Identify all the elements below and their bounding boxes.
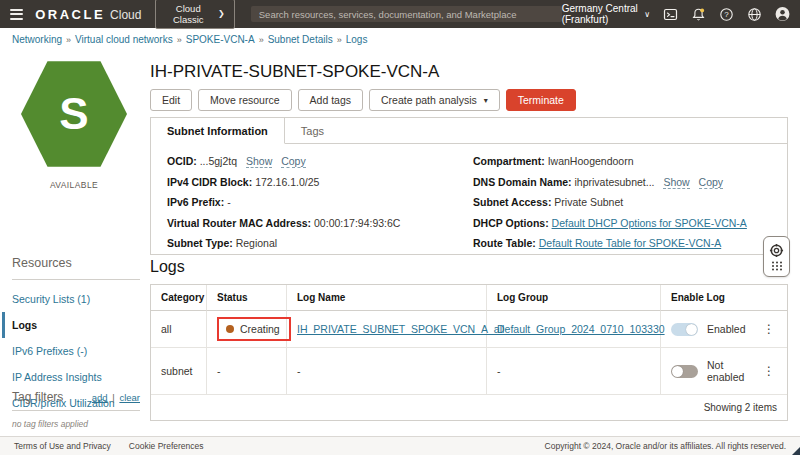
hamburger-menu-icon[interactable] xyxy=(10,9,23,20)
oracle-cloud-logo[interactable]: ORACLE Cloud xyxy=(35,7,141,22)
breadcrumb-vcns[interactable]: Virtual cloud networks xyxy=(75,34,173,45)
terminate-button[interactable]: Terminate xyxy=(506,89,576,111)
sidebar-item-ipv6-prefixes[interactable]: IPv6 Prefixes (-) xyxy=(12,338,140,364)
log-group-value: - xyxy=(497,365,501,377)
dhcp-options-link[interactable]: Default DHCP Options for SPOKE-VCN-A xyxy=(552,217,747,229)
route-table-label: Route Table: xyxy=(473,237,536,249)
breadcrumb-separator-icon: » xyxy=(177,35,182,45)
category-value: all xyxy=(161,323,172,335)
brand-oracle: ORACLE xyxy=(35,7,105,22)
terms-link[interactable]: Terms of Use and Privacy xyxy=(14,441,111,451)
cloud-shell-icon[interactable] xyxy=(663,7,678,22)
breadcrumb-logs[interactable]: Logs xyxy=(346,34,368,45)
cloud-classic-button[interactable]: Cloud Classic ❯ xyxy=(155,0,234,29)
sidebar-item-logs[interactable]: Logs xyxy=(2,312,140,338)
status-highlight-box: Creating xyxy=(217,317,291,341)
table-row-all-log-name-cell: IH_PRIVATE_SUBNET_SPOKE_VCN_A_all xyxy=(287,311,487,348)
column-header-category: Category xyxy=(151,285,207,311)
breadcrumb-separator-icon: » xyxy=(66,35,71,45)
page-title: IH-PRIVATE-SUBNET-SPOKE-VCN-A xyxy=(150,62,439,82)
move-resource-button[interactable]: Move resource xyxy=(198,89,291,111)
chevron-down-icon: ∨ xyxy=(644,10,650,19)
column-header-log-group: Log Group xyxy=(487,285,661,311)
floating-widget-handle[interactable] xyxy=(763,236,790,277)
svg-text:?: ? xyxy=(724,10,729,19)
ipv6-prefix-label: IPv6 Prefix: xyxy=(167,196,224,208)
tag-filters-clear-link[interactable]: clear xyxy=(119,392,140,403)
breadcrumb: Networking » Virtual cloud networks » SP… xyxy=(12,34,367,45)
subnet-type-field: Subnet Type: Regional xyxy=(167,237,473,249)
dhcp-options-field: DHCP Options: Default DHCP Options for S… xyxy=(473,217,771,229)
table-row-all-category-cell: all xyxy=(151,311,207,348)
logs-table: Category Status Log Name Log Group Enabl… xyxy=(150,284,788,421)
subnet-access-field: Subnet Access: Private Subnet xyxy=(473,196,771,208)
dns-show-link[interactable]: Show xyxy=(663,176,689,189)
resource-status-block: S AVAILABLE xyxy=(0,58,148,190)
enable-log-header-label: Enable Log xyxy=(671,292,725,303)
create-path-analysis-button[interactable]: Create path analysis ▾ xyxy=(369,89,500,111)
help-icon[interactable]: ? xyxy=(719,7,734,22)
notifications-bell-icon[interactable] xyxy=(691,7,706,22)
corner-cursor-mark xyxy=(792,447,800,455)
region-selector[interactable]: Germany Central (Frankfurt) ∨ xyxy=(562,3,650,25)
ipv6-prefix-field: IPv6 Prefix: - xyxy=(167,196,473,208)
search-input[interactable] xyxy=(251,6,562,22)
route-table-field: Route Table: Default Route Table for SPO… xyxy=(473,237,771,249)
dhcp-options-label: DHCP Options: xyxy=(473,217,549,229)
resources-heading: Resources xyxy=(12,256,140,270)
status-value: Creating xyxy=(240,323,280,335)
router-mac-field: Virtual Router MAC Address: 00:00:17:94:… xyxy=(167,217,473,229)
router-mac-label: Virtual Router MAC Address: xyxy=(167,217,311,229)
table-footer-count: Showing 2 items xyxy=(151,395,787,420)
sidebar-item-ip-address-insights[interactable]: IP Address Insights xyxy=(12,364,140,390)
tab-tags[interactable]: Tags xyxy=(285,118,340,143)
subnet-info-panel: Subnet Information Tags OCID: ...5gj2tq … xyxy=(150,117,788,255)
breadcrumb-networking[interactable]: Networking xyxy=(12,34,62,45)
page-footer: Terms of Use and Privacy Cookie Preferen… xyxy=(0,436,800,455)
ocid-copy-link[interactable]: Copy xyxy=(281,155,306,168)
divider xyxy=(12,279,140,280)
route-table-link[interactable]: Default Route Table for SPOKE-VCN-A xyxy=(539,237,721,249)
cookie-preferences-link[interactable]: Cookie Preferences xyxy=(129,441,204,451)
brand-cloud: Cloud xyxy=(110,8,141,22)
column-header-log-name: Log Name xyxy=(287,285,487,311)
target-move-icon xyxy=(769,243,784,258)
compartment-label: Compartment: xyxy=(473,155,545,167)
log-name-link[interactable]: IH_PRIVATE_SUBNET_SPOKE_VCN_A_all xyxy=(297,323,504,335)
router-mac-value: 00:00:17:94:93:6C xyxy=(314,217,400,229)
enable-log-toggle-off[interactable] xyxy=(671,365,698,378)
tag-filters-add-link[interactable]: add xyxy=(92,392,108,403)
row-actions-kebab-icon[interactable]: ⋮ xyxy=(761,364,777,378)
copyright-text: Copyright © 2024, Oracle and/or its affi… xyxy=(545,441,786,451)
subnet-initial: S xyxy=(59,92,88,136)
dns-domain-label: DNS Domain Name: xyxy=(473,176,572,188)
panel-tabs: Subnet Information Tags xyxy=(151,118,787,144)
dns-domain-value: ihprivatesubnet... xyxy=(575,176,655,188)
edit-button[interactable]: Edit xyxy=(150,89,192,111)
chevron-down-icon: ▾ xyxy=(484,96,488,105)
toggle-label: Not enabled xyxy=(707,359,761,383)
tab-subnet-information[interactable]: Subnet Information xyxy=(151,118,285,144)
table-row-subnet-enable-cell: Not enabled ⋮ xyxy=(661,348,787,395)
add-tags-button[interactable]: Add tags xyxy=(298,89,363,111)
language-globe-icon[interactable] xyxy=(747,7,762,22)
ipv4-cidr-value: 172.16.1.0/25 xyxy=(255,176,319,188)
compartment-field: Compartment: IwanHoogendoorn xyxy=(473,155,771,167)
user-avatar[interactable] xyxy=(775,7,790,22)
row-actions-kebab-icon[interactable]: ⋮ xyxy=(761,322,777,336)
dns-copy-link[interactable]: Copy xyxy=(699,176,724,189)
column-header-enable-log: Enable Log xyxy=(661,285,787,311)
chevron-right-icon: ❯ xyxy=(218,10,225,18)
table-row-all-log-group-cell: Default_Group_2024_0710_103330 xyxy=(487,311,661,348)
sidebar-item-security-lists[interactable]: Security Lists (1) xyxy=(12,286,140,312)
breadcrumb-spoke-vcn-a[interactable]: SPOKE-VCN-A xyxy=(186,34,255,45)
breadcrumb-separator-icon: » xyxy=(337,35,342,45)
compartment-value: IwanHoogendoorn xyxy=(548,155,634,167)
ocid-show-link[interactable]: Show xyxy=(246,155,272,168)
status-value: - xyxy=(217,365,221,377)
breadcrumb-subnet-details[interactable]: Subnet Details xyxy=(268,34,333,45)
creating-status-dot-icon xyxy=(226,325,234,333)
enable-log-toggle-on[interactable] xyxy=(671,323,698,336)
oci-console-screen: ORACLE Cloud Cloud Classic ❯ Germany Cen… xyxy=(0,0,800,455)
log-group-link[interactable]: Default_Group_2024_0710_103330 xyxy=(497,323,665,335)
